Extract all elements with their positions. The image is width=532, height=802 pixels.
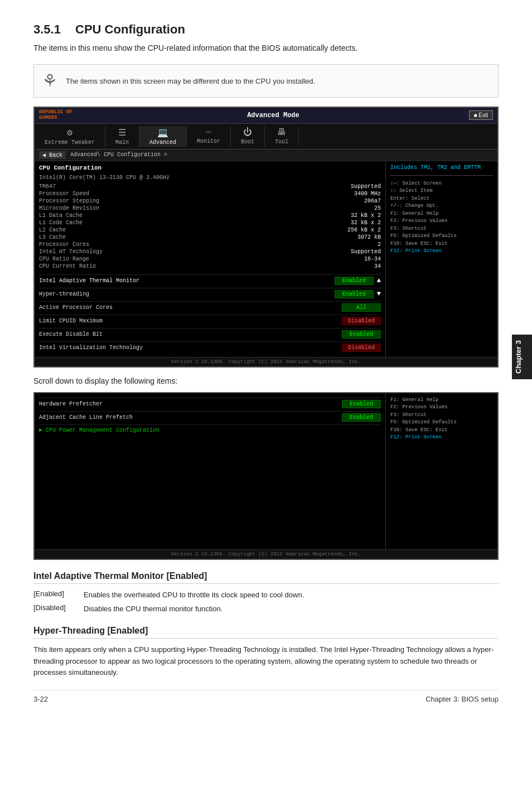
limit-cpuid-value: Disabled bbox=[342, 317, 381, 325]
note-icon: ⚘ bbox=[42, 70, 58, 91]
bios-header: REPUBLIC OF GAMERS Advanced Mode ■ Exit bbox=[35, 108, 497, 124]
info-row-stepping: Processor Stepping 206a7 bbox=[39, 197, 381, 205]
chapter-label: Chapter 3 bbox=[512, 335, 532, 379]
info-row-cores: Processor Cores 2 bbox=[39, 241, 381, 248]
monitor-icon: ⎓ bbox=[206, 127, 211, 137]
bios-info-rows: TM647 Supported Processor Speed 3400 MHz… bbox=[39, 183, 381, 270]
thermal-enabled-row: [Enabled] Enables the overheated CPU to … bbox=[33, 590, 499, 601]
boot-icon: ⏻ bbox=[243, 127, 252, 138]
hyperthreading-value: Enabled bbox=[335, 290, 374, 298]
info-row-l3: L3 Cache 3072 kB bbox=[39, 234, 381, 241]
info-row-l1code: L1 Code Cache 32 kB x 2 bbox=[39, 219, 381, 226]
bios-footer-1: Version 2.10.1208. Copyright (C) 2012 Am… bbox=[35, 357, 497, 366]
active-cores-value: All bbox=[342, 303, 381, 312]
scroll-indicator-2: ▼ bbox=[377, 290, 381, 298]
bios-sidebar-2: F1: General Help F2: Previous Values F3:… bbox=[386, 393, 497, 549]
tab-extreme-tweaker[interactable]: ⚙ Extreme Tweaker bbox=[35, 126, 105, 147]
setting-virtualization[interactable]: Intel Virtualization Technology Disabled bbox=[39, 341, 381, 354]
setting-hw-prefetcher[interactable]: Hardware Prefetcher Enabled bbox=[39, 398, 381, 410]
bios-key-help-2: F1: General Help F2: Previous Values F3:… bbox=[390, 397, 493, 442]
info-row-speed: Processor Speed 3400 MHz bbox=[39, 190, 381, 197]
setting-cpu-power-mgmt[interactable]: ► CPU Power Management Configuration bbox=[39, 424, 381, 436]
bios-sidebar: Includes TM1, TM2 and EMTTM ↕↔: Select S… bbox=[386, 161, 497, 357]
thermal-monitor-value: Enabled bbox=[335, 277, 374, 285]
tool-icon: 🖶 bbox=[277, 127, 286, 138]
page-footer: 3-22 Chapter 3: BIOS setup bbox=[33, 690, 499, 703]
tab-advanced[interactable]: 💻 Advanced bbox=[139, 126, 187, 147]
info-row-l1data: L1 Data Cache 32 kB x 2 bbox=[39, 212, 381, 219]
bios-mode: Advanced Mode bbox=[78, 112, 468, 119]
content-hyperthreading-title: Hyper-Threading [Enabled] bbox=[33, 626, 499, 639]
thermal-disabled-row: [Disabled] Disables the CPU thermal moni… bbox=[33, 603, 499, 615]
bios-breadcrumb: ◀ Back Advanced\ CPU Configuration > bbox=[35, 149, 497, 161]
tab-tool[interactable]: 🖶 Tool bbox=[265, 126, 299, 147]
scroll-text: Scroll down to display the following ite… bbox=[33, 376, 499, 385]
section-description: The items in this menu show the CPU-rela… bbox=[33, 42, 499, 54]
footer-chapter: Chapter 3: BIOS setup bbox=[425, 695, 499, 703]
content-thermal-title: Intel Adaptive Thermal Monitor [Enabled] bbox=[33, 571, 499, 584]
info-row-l2: L2 Cache 256 kB x 2 bbox=[39, 226, 381, 234]
setting-thermal-monitor[interactable]: Intel Adaptive Thermal Monitor Enabled ▲ bbox=[39, 274, 381, 287]
bios-key-help: ↕↔: Select Screen ↕: Select Item Enter: … bbox=[390, 180, 493, 255]
content-thermal-monitor: Intel Adaptive Thermal Monitor [Enabled]… bbox=[33, 571, 499, 615]
bios-logo: REPUBLIC OF GAMERS bbox=[39, 110, 72, 121]
tab-monitor[interactable]: ⎓ Monitor bbox=[187, 126, 231, 147]
section-heading: 3.5.1 CPU Configuration bbox=[33, 22, 499, 37]
setting-limit-cpuid[interactable]: Limit CPUID Maximum Disabled bbox=[39, 315, 381, 327]
bios-section-title: CPU Configuration bbox=[39, 165, 381, 171]
exit-icon: ■ bbox=[474, 112, 477, 118]
cpu-name: Intel(R) Core(TM) i3-2130 CPU @ 3.40GHz bbox=[39, 175, 381, 181]
bios-main-panel: CPU Configuration Intel(R) Core(TM) i3-2… bbox=[35, 161, 386, 357]
bios-main-2: Hardware Prefetcher Enabled Adjacent Cac… bbox=[35, 393, 386, 549]
setting-adjacent-cache[interactable]: Adjacent Cache Line Prefetch Enabled bbox=[39, 411, 381, 423]
info-row-microcode: Microcode Revision 25 bbox=[39, 205, 381, 212]
bios-nav-tabs: ⚙ Extreme Tweaker ☰ Main 💻 Advanced ⎓ Mo… bbox=[35, 124, 497, 149]
content-hyperthreading: Hyper-Threading [Enabled] This item appe… bbox=[33, 626, 499, 679]
setting-execute-disable[interactable]: Execute Disable Bit Enabled bbox=[39, 328, 381, 340]
tab-main[interactable]: ☰ Main bbox=[105, 126, 139, 147]
bios-body: CPU Configuration Intel(R) Core(TM) i3-2… bbox=[35, 161, 497, 357]
scroll-indicator: ▲ bbox=[377, 277, 381, 284]
content-hyperthreading-body: This item appears only when a CPU suppor… bbox=[33, 644, 499, 679]
note-box: ⚘ The items shown in this screen may be … bbox=[33, 64, 499, 98]
bios-body-2: Hardware Prefetcher Enabled Adjacent Cac… bbox=[35, 393, 497, 549]
setting-hyperthreading[interactable]: Hyper-threading Enabled ▼ bbox=[39, 288, 381, 300]
bios-footer-2: Version 2.10.1208. Copyright (C) 2012 Am… bbox=[35, 549, 497, 559]
back-button[interactable]: ◀ Back bbox=[39, 151, 66, 159]
tab-boot[interactable]: ⏻ Boot bbox=[231, 126, 265, 147]
info-row-ht: Intel HT Technology Supported bbox=[39, 248, 381, 255]
execute-disable-value: Enabled bbox=[342, 330, 381, 339]
virtualization-value: Disabled bbox=[342, 344, 381, 352]
extreme-tweaker-icon: ⚙ bbox=[67, 127, 72, 138]
advanced-icon: 💻 bbox=[157, 127, 168, 138]
adjacent-cache-value: Enabled bbox=[342, 413, 381, 422]
bios-screen-2: Hardware Prefetcher Enabled Adjacent Cac… bbox=[33, 392, 499, 560]
main-icon: ☰ bbox=[118, 127, 126, 138]
info-row-ratio-range: CPU Ratio Range 16-34 bbox=[39, 255, 381, 263]
info-row-tm647: TM647 Supported bbox=[39, 183, 381, 190]
bios-exit-button[interactable]: ■ Exit bbox=[469, 110, 494, 120]
info-row-current-ratio: CPU Current Ratio 34 bbox=[39, 263, 381, 270]
note-text: The items shown in this screen may be di… bbox=[66, 77, 315, 85]
sidebar-note: Includes TM1, TM2 and EMTTM bbox=[390, 165, 493, 171]
footer-page-num: 3-22 bbox=[33, 695, 48, 703]
setting-active-cores[interactable]: Active Processor Cores All bbox=[39, 301, 381, 313]
hw-prefetcher-value: Enabled bbox=[342, 400, 381, 408]
bios-screen-1: REPUBLIC OF GAMERS Advanced Mode ■ Exit … bbox=[33, 107, 499, 368]
